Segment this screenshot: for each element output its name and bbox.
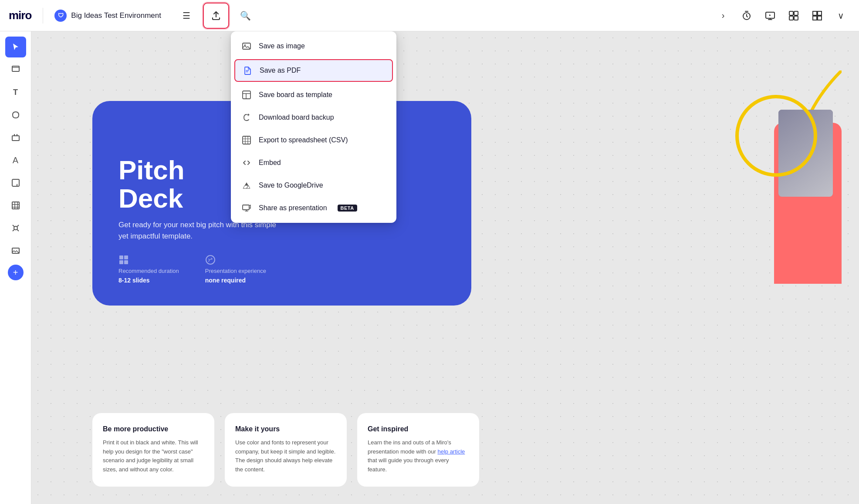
frame-tool[interactable] [5, 59, 26, 80]
menu-item-save-image[interactable]: Save as image [231, 35, 396, 57]
card-1-text: Use color and fonts to represent your co… [235, 438, 336, 474]
menu-item-share-presentation[interactable]: Share as presentation BETA [231, 197, 396, 219]
grid-button[interactable] [808, 6, 827, 25]
left-toolbar: T A [0, 31, 31, 504]
present-icon [765, 10, 775, 21]
header-divider-1 [43, 8, 43, 24]
image-icon [11, 246, 20, 255]
menu-item-download-backup[interactable]: Download board backup [231, 106, 396, 129]
menu-icon: ☰ [183, 10, 190, 21]
svg-rect-9 [818, 16, 822, 20]
help-link[interactable]: help article [437, 448, 465, 455]
search-button[interactable]: 🔍 [236, 6, 255, 25]
card-1-title: Make it yours [235, 425, 336, 433]
more-button[interactable]: ∨ [831, 6, 850, 25]
svg-rect-5 [794, 16, 798, 20]
menu-button[interactable]: ☰ [177, 6, 196, 25]
svg-rect-27 [119, 255, 123, 259]
svg-rect-8 [813, 16, 817, 20]
menu-item-save-pdf[interactable]: Save as PDF [234, 59, 393, 82]
svg-rect-4 [789, 16, 793, 20]
text-tool[interactable]: T [5, 82, 26, 103]
connect-icon [11, 224, 20, 232]
duration-icon [118, 255, 129, 265]
save-template-icon [241, 91, 252, 99]
svg-line-25 [13, 229, 14, 231]
svg-rect-7 [818, 11, 822, 15]
save-pdf-label: Save as PDF [260, 67, 301, 74]
export-button[interactable] [203, 3, 229, 29]
header: miro 🛡 Big Ideas Test Environment ☰ 🔍 › [0, 0, 859, 31]
svg-rect-29 [119, 260, 123, 264]
shapes-tool[interactable] [5, 104, 26, 125]
svg-point-31 [206, 255, 215, 264]
text2-icon: A [13, 155, 18, 165]
svg-rect-12 [12, 136, 19, 141]
share-presentation-label: Share as presentation [259, 204, 327, 212]
pitch-meta: Recommended duration 8-12 slides Present… [118, 255, 445, 284]
svg-rect-10 [12, 66, 19, 71]
duration-label: Recommended duration [118, 268, 179, 274]
svg-rect-38 [243, 136, 250, 144]
cursor-tool[interactable] [5, 37, 26, 57]
save-image-label: Save as image [259, 42, 305, 50]
svg-rect-2 [789, 11, 793, 15]
timer-svg [741, 10, 752, 21]
export-csv-icon [241, 136, 252, 144]
svg-line-22 [13, 225, 14, 227]
card-0-title: Be more productive [103, 425, 204, 433]
menu-item-save-template[interactable]: Save board as template [231, 84, 396, 106]
download-backup-label: Download board backup [259, 114, 334, 121]
board-view-button[interactable] [784, 6, 803, 25]
svg-point-21 [14, 226, 17, 230]
svg-rect-16 [12, 202, 19, 209]
share-presentation-icon [241, 204, 252, 212]
table-tool[interactable] [5, 195, 26, 216]
save-template-label: Save board as template [259, 91, 332, 99]
menu-item-google-drive[interactable]: Save to GoogleDrive [231, 174, 396, 197]
svg-rect-43 [243, 205, 249, 210]
svg-line-23 [17, 229, 19, 231]
card-2-text: Learn the ins and outs of a Miro's prese… [368, 438, 469, 474]
menu-item-embed[interactable]: Embed [231, 151, 396, 174]
svg-rect-6 [813, 11, 817, 15]
present-button[interactable] [761, 6, 780, 25]
yellow-circle-svg [733, 92, 820, 188]
upload-icon [211, 10, 221, 21]
save-image-icon [241, 42, 252, 50]
miro-logo: miro [9, 9, 31, 22]
text2-tool[interactable]: A [5, 150, 26, 171]
shapes-icon [11, 111, 20, 119]
bottom-card-1: Make it yours Use color and fonts to rep… [225, 413, 347, 487]
embed-label: Embed [259, 159, 281, 167]
experience-label: Presentation experience [205, 268, 266, 274]
timer-icon[interactable] [737, 6, 756, 25]
forward-button[interactable]: › [714, 6, 733, 25]
duration-value: 8-12 slides [118, 277, 179, 284]
header-right: › [714, 6, 850, 25]
frame2-tool[interactable] [5, 127, 26, 148]
sticky-tool[interactable] [5, 172, 26, 193]
experience-icon [205, 255, 216, 265]
bottom-card-0: Be more productive Print it out in black… [92, 413, 214, 487]
connect-tool[interactable] [5, 218, 26, 239]
experience-value: none required [205, 277, 266, 284]
main-area: T A [0, 31, 859, 504]
export-csv-label: Export to spreadsheet (CSV) [259, 136, 348, 144]
export-dropdown: Save as image Save as PDF [231, 31, 396, 223]
svg-rect-35 [243, 91, 250, 99]
svg-line-24 [17, 225, 19, 227]
bottom-card-2: Get inspired Learn the ins and outs of a… [357, 413, 479, 487]
menu-item-export-csv[interactable]: Export to spreadsheet (CSV) [231, 129, 396, 151]
text-icon: T [13, 88, 18, 97]
add-button[interactable]: + [8, 265, 24, 280]
frame-icon [11, 65, 20, 74]
image-tool[interactable] [5, 240, 26, 261]
beta-badge: BETA [338, 205, 357, 212]
svg-rect-15 [12, 179, 19, 186]
add-icon: + [13, 268, 18, 278]
svg-rect-28 [124, 255, 128, 259]
search-icon: 🔍 [240, 10, 251, 21]
google-drive-label: Save to GoogleDrive [259, 181, 323, 189]
embed-icon [241, 158, 252, 167]
